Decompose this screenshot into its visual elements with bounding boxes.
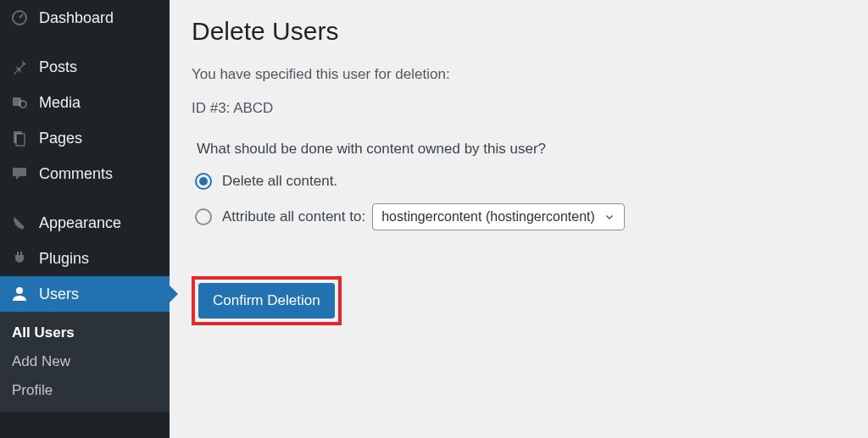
sidebar-item-label: Plugins bbox=[39, 250, 89, 268]
sidebar-item-label: Comments bbox=[39, 165, 113, 183]
plugins-icon bbox=[10, 249, 29, 268]
radio-delete-all[interactable] bbox=[195, 173, 212, 190]
select-value: hostingercontent (hostingercontent) bbox=[381, 209, 595, 225]
svg-point-5 bbox=[16, 287, 23, 294]
sidebar-item-dashboard[interactable]: Dashboard bbox=[0, 0, 170, 36]
page-title: Delete Users bbox=[192, 17, 846, 46]
sidebar-sub-add-new[interactable]: Add New bbox=[0, 347, 170, 376]
svg-rect-4 bbox=[16, 134, 25, 146]
attribute-user-select[interactable]: hostingercontent (hostingercontent) bbox=[372, 203, 625, 230]
pages-icon bbox=[10, 129, 29, 147]
appearance-icon bbox=[10, 213, 29, 232]
option-attribute-label: Attribute all content to: bbox=[222, 208, 365, 225]
dashboard-icon bbox=[10, 8, 29, 27]
confirm-highlight-box: Confirm Deletion bbox=[192, 276, 342, 325]
sidebar-item-label: Media bbox=[39, 94, 81, 112]
content-question: What should be done with content owned b… bbox=[192, 141, 846, 158]
option-delete-all[interactable]: Delete all content. bbox=[192, 173, 846, 190]
sidebar-item-users[interactable]: Users bbox=[0, 276, 170, 312]
sidebar-item-label: Dashboard bbox=[39, 9, 114, 27]
comments-icon bbox=[10, 164, 29, 183]
sidebar-sub-all-users[interactable]: All Users bbox=[0, 319, 170, 347]
confirm-deletion-button[interactable]: Confirm Deletion bbox=[198, 283, 335, 319]
sidebar-submenu-users: All Users Add New Profile bbox=[0, 312, 170, 412]
sidebar-item-comments[interactable]: Comments bbox=[0, 156, 170, 191]
sidebar-item-plugins[interactable]: Plugins bbox=[0, 241, 170, 276]
sidebar-item-label: Pages bbox=[39, 130, 82, 147]
sidebar-item-label: Users bbox=[39, 286, 79, 303]
sidebar-sub-profile[interactable]: Profile bbox=[0, 376, 170, 405]
sidebar-item-pages[interactable]: Pages bbox=[0, 120, 170, 156]
option-delete-label: Delete all content. bbox=[222, 173, 337, 190]
media-icon bbox=[10, 93, 29, 112]
sidebar-item-posts[interactable]: Posts bbox=[0, 49, 170, 85]
sidebar-item-label: Posts bbox=[39, 58, 77, 76]
chevron-down-icon bbox=[604, 211, 615, 223]
main-content: Delete Users You have specified this use… bbox=[170, 0, 868, 438]
sidebar-item-appearance[interactable]: Appearance bbox=[0, 205, 170, 241]
users-icon bbox=[10, 285, 29, 303]
sidebar-item-media[interactable]: Media bbox=[0, 85, 170, 120]
sidebar-item-label: Appearance bbox=[39, 214, 121, 232]
user-id-line: ID #3: ABCD bbox=[192, 100, 846, 117]
admin-sidebar: Dashboard Posts Media Pages Comments App… bbox=[0, 0, 170, 438]
option-attribute[interactable]: Attribute all content to: hostingerconte… bbox=[192, 203, 846, 230]
pin-icon bbox=[10, 58, 29, 76]
intro-text: You have specified this user for deletio… bbox=[192, 66, 846, 83]
radio-attribute[interactable] bbox=[195, 208, 212, 225]
